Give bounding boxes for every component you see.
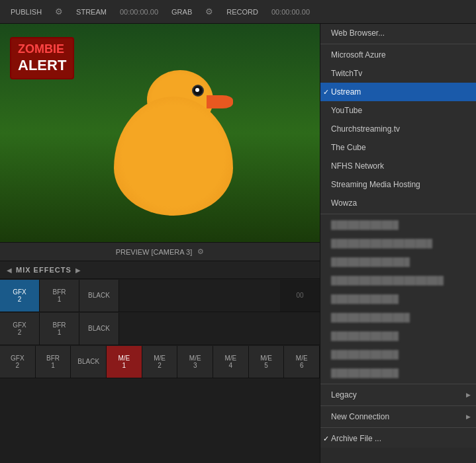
- blurred-label-9: ████████████: [331, 368, 399, 378]
- me-label-2: M/E: [154, 355, 166, 362]
- me-3-button[interactable]: M/E 3: [177, 346, 213, 378]
- blurred-label-8: ████████████: [331, 350, 399, 359]
- dropdown-item-legacy[interactable]: Legacy: [320, 386, 476, 404]
- dropdown-item-blurred-9[interactable]: ████████████: [320, 364, 476, 382]
- me-2-button[interactable]: M/E 2: [142, 346, 178, 378]
- zombie-alert-sign: ZOMBIE ALERT: [10, 37, 74, 79]
- dropdown-divider-4: [320, 405, 476, 406]
- gfx-label-3: GFX: [11, 355, 24, 362]
- me-5-button[interactable]: M/E 5: [249, 346, 285, 378]
- me-1-button[interactable]: M/E 1: [107, 346, 142, 378]
- black-label-2: BLACK: [88, 325, 110, 332]
- gfx-label-2: GFX: [13, 321, 26, 329]
- blurred-label-7: ████████████: [331, 331, 399, 341]
- dropdown-menu: Web Browser... Microsoft Azure TwitchTv …: [320, 24, 476, 448]
- dropdown-item-microsoft-azure[interactable]: Microsoft Azure: [320, 46, 476, 64]
- bfr-num-2: 1: [58, 329, 62, 336]
- me-num-3: 3: [193, 362, 197, 369]
- duck-eye: [192, 85, 204, 97]
- duck-graphic: [107, 70, 240, 216]
- dropdown-item-blurred-4[interactable]: ████████████████████: [320, 271, 476, 290]
- record-button[interactable]: RECORD: [221, 5, 263, 19]
- bfr-label: BFR: [53, 288, 66, 296]
- button-row-3: GFX 2 BFR 1 BLACK M/E 1 M/E 2: [0, 345, 320, 378]
- stream-button[interactable]: STREAM: [71, 5, 112, 19]
- dropdown-item-nfhs[interactable]: NFHS Network: [320, 157, 476, 175]
- gfx-2-button-3[interactable]: GFX 2: [0, 346, 36, 378]
- preview-text: PREVIEW [CAMERA 3]: [116, 248, 193, 256]
- dropdown-item-the-cube[interactable]: The Cube: [320, 138, 476, 157]
- nfhs-label: NFHS Network: [331, 161, 384, 171]
- dropdown-item-blurred-1[interactable]: ████████████: [320, 216, 476, 234]
- dropdown-item-wowza[interactable]: Wowza: [320, 194, 476, 212]
- blurred-label-5: ████████████: [331, 294, 399, 304]
- dropdown-item-twitchtv[interactable]: TwitchTv: [320, 64, 476, 83]
- mix-arrow-right: ▶: [75, 267, 81, 274]
- churchstreaming-label: Churchstreaming.tv: [331, 124, 400, 134]
- dropdown-item-youtube[interactable]: YouTube: [320, 101, 476, 120]
- bfr-1-button-3[interactable]: BFR 1: [36, 346, 71, 378]
- preview-label: PREVIEW [CAMERA 3] ⚙: [0, 242, 320, 261]
- me-label-5: M/E: [260, 355, 272, 362]
- gfx-label: GFX: [13, 288, 26, 296]
- new-connection-label: New Connection: [331, 412, 389, 421]
- record-time: 00:00:00.00: [271, 8, 310, 16]
- me-label-6: M/E: [296, 355, 308, 362]
- gfx-2-button[interactable]: GFX 2: [0, 280, 40, 312]
- dropdown-divider-1: [320, 44, 476, 44]
- stream-gear-icon[interactable]: ⚙: [55, 7, 63, 17]
- ustream-label: Ustream: [331, 87, 361, 97]
- publish-button[interactable]: PUBLISH: [5, 5, 47, 19]
- ustream-check-icon: ✓: [323, 88, 329, 97]
- youtube-label: YouTube: [331, 106, 362, 115]
- preview-area: ZOMBIE ALERT: [0, 24, 320, 242]
- zombie-text: ZOMBIE: [18, 42, 66, 57]
- black-button-1[interactable]: BLACK: [79, 280, 119, 312]
- stream-time: 00:00:00.00: [120, 8, 158, 16]
- dropdown-item-archive-file[interactable]: ✓ Archive File ...: [320, 429, 476, 448]
- dropdown-item-web-browser[interactable]: Web Browser...: [320, 24, 476, 42]
- archive-check-icon: ✓: [323, 435, 329, 443]
- black-button-3[interactable]: BLACK: [71, 346, 107, 378]
- dropdown-item-streaming-media[interactable]: Streaming Media Hosting: [320, 175, 476, 194]
- bfr-1-button[interactable]: BFR 1: [40, 280, 79, 312]
- bfr-num: 1: [58, 296, 62, 303]
- the-cube-label: The Cube: [331, 143, 366, 152]
- dropdown-item-blurred-3[interactable]: ██████████████: [320, 253, 476, 271]
- legacy-label: Legacy: [331, 390, 357, 400]
- bfr-label-2: BFR: [53, 321, 66, 329]
- dropdown-divider-3: [320, 384, 476, 384]
- blurred-label-6: ██████████████: [331, 313, 410, 322]
- gfx-2-button-2[interactable]: GFX 2: [0, 313, 40, 345]
- main-area: ZOMBIE ALERT PREVIEW [CAMERA 3]: [0, 24, 476, 463]
- duck-eye-shine: [195, 88, 199, 92]
- dropdown-item-blurred-5[interactable]: ████████████: [320, 290, 476, 308]
- grab-button[interactable]: GRAB: [166, 5, 197, 19]
- right-panel: Web Browser... Microsoft Azure TwitchTv …: [320, 24, 476, 463]
- dropdown-item-new-connection[interactable]: New Connection: [320, 407, 476, 426]
- dropdown-item-blurred-7[interactable]: ████████████: [320, 327, 476, 345]
- dropdown-divider-5: [320, 427, 476, 428]
- blurred-label-3: ██████████████: [331, 257, 410, 267]
- black-label-1: BLACK: [88, 292, 110, 299]
- dropdown-item-churchstreaming[interactable]: Churchstreaming.tv: [320, 120, 476, 138]
- dropdown-item-ustream[interactable]: ✓ Ustream: [320, 83, 476, 101]
- grab-gear-icon[interactable]: ⚙: [205, 7, 213, 17]
- me-num-1: 1: [122, 362, 126, 369]
- me-6-button[interactable]: M/E 6: [284, 346, 320, 378]
- alert-text: ALERT: [18, 57, 66, 74]
- bfr-1-button-2[interactable]: BFR 1: [40, 313, 79, 345]
- me-label-3: M/E: [189, 355, 201, 362]
- button-row-2: GFX 2 BFR 1 BLACK: [0, 312, 320, 345]
- dropdown-item-blurred-8[interactable]: ████████████: [320, 345, 476, 364]
- duck-beak: [207, 95, 233, 108]
- preview-settings-icon[interactable]: ⚙: [197, 247, 204, 256]
- mix-arrow-left: ◀: [7, 267, 12, 274]
- me-4-button[interactable]: M/E 4: [213, 346, 249, 378]
- dropdown-item-blurred-2[interactable]: ██████████████████: [320, 234, 476, 253]
- bfr-label-3: BFR: [46, 355, 60, 362]
- preview-image: ZOMBIE ALERT: [0, 24, 320, 242]
- dropdown-divider-2: [320, 214, 476, 214]
- black-button-2[interactable]: BLACK: [79, 313, 119, 345]
- dropdown-item-blurred-6[interactable]: ██████████████: [320, 308, 476, 327]
